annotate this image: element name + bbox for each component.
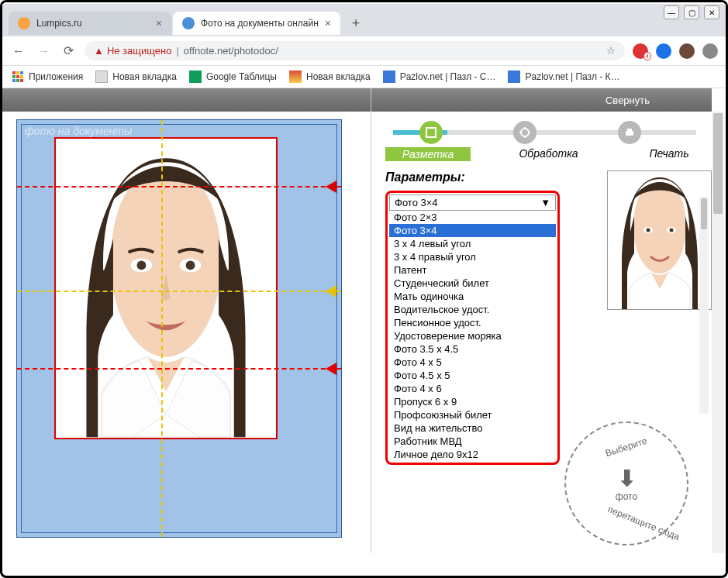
panel-scrollbar[interactable]: [699, 197, 709, 414]
puzzle-icon: [383, 71, 395, 83]
svg-rect-8: [20, 79, 23, 82]
download-icon: ⬇: [618, 466, 636, 491]
window-maximize-button[interactable]: ▢: [684, 5, 699, 19]
bookmark-item[interactable]: Pazlov.net | Пазл - К…: [508, 71, 619, 83]
svg-rect-5: [20, 75, 23, 78]
dropdown-option[interactable]: Пропуск 6 x 9: [389, 395, 556, 408]
marker-eyes-icon[interactable]: [326, 285, 336, 298]
dropdown-option[interactable]: Патент: [389, 263, 556, 277]
drop-text: Выберите: [604, 435, 648, 459]
dropdown-option[interactable]: Личное дело 9x12: [389, 448, 556, 461]
drop-text: перетащите сюда: [606, 504, 681, 542]
marker-top-icon[interactable]: [326, 181, 336, 193]
extension-icon[interactable]: [656, 43, 671, 59]
dropdown-option[interactable]: Фото 3×4: [389, 224, 556, 237]
dropdown-option[interactable]: Фото 4 x 5: [389, 356, 556, 369]
step-markup-label[interactable]: Разметка: [385, 147, 471, 161]
tab-lumpics[interactable]: Lumpics.ru ×: [9, 12, 171, 35]
svg-point-13: [186, 261, 195, 270]
page-icon: [289, 71, 302, 83]
bookmark-item[interactable]: Новая вкладка: [95, 71, 177, 83]
step-processing-icon[interactable]: [513, 121, 537, 144]
guide-vertical: [161, 120, 163, 537]
dropdown-selected-text: Фото 3×4: [395, 197, 438, 208]
toolbar: ← → ⟳ ▲ Не защищено | offnote.net/photod…: [2, 36, 726, 66]
step-processing-label[interactable]: Обработка: [506, 147, 592, 161]
step-markup-icon[interactable]: [419, 121, 443, 144]
guide-top: [17, 186, 341, 188]
tab-title: Фото на документы онлайн: [201, 18, 319, 29]
guide-chin: [17, 368, 341, 370]
window-close-button[interactable]: ✕: [704, 5, 719, 19]
dropdown-list[interactable]: Фото 2×3Фото 3×43 x 4 левый угол3 x 4 пр…: [389, 211, 556, 461]
forward-button[interactable]: →: [35, 43, 52, 60]
puzzle-icon: [508, 71, 520, 83]
format-dropdown[interactable]: Фото 3×4 ▼ Фото 2×3Фото 3×43 x 4 левый у…: [385, 191, 560, 465]
dropdown-option[interactable]: Фото 2×3: [389, 211, 556, 224]
warning-icon: ▲: [94, 45, 104, 57]
bookmark-item[interactable]: Новая вкладка: [289, 71, 371, 83]
page-scrollbar[interactable]: [712, 112, 724, 553]
security-warning-text: Не защищено: [107, 45, 172, 57]
step-print-icon[interactable]: [618, 121, 641, 144]
tab-close-icon[interactable]: ×: [156, 17, 162, 29]
svg-rect-0: [12, 71, 16, 74]
dropdown-option[interactable]: Удостоверение моряка: [389, 329, 556, 342]
bookmark-item[interactable]: Pazlov.net | Пазл - С…: [383, 71, 496, 83]
dropdown-selected[interactable]: Фото 3×4 ▼: [389, 194, 556, 211]
address-bar[interactable]: ▲ Не защищено | offnote.net/photodoc/ ☆: [85, 41, 625, 60]
crop-box[interactable]: [54, 137, 278, 439]
dropdown-option[interactable]: Фото 3.5 x 4.5: [389, 342, 556, 356]
bookmark-bar: Приложения Новая вкладка Google Таблицы …: [2, 66, 726, 88]
dropdown-option[interactable]: Водительское удост.: [389, 303, 556, 316]
watermark: фото на документы: [25, 125, 132, 137]
svg-rect-4: [16, 75, 19, 78]
dropdown-option[interactable]: 3 x 4 левый угол: [389, 237, 556, 250]
back-button[interactable]: ←: [10, 43, 27, 60]
drop-zone[interactable]: Выберите ⬇ фото перетащите сюда: [564, 421, 688, 545]
dropdown-option[interactable]: Фото 4.5 x 5: [389, 369, 556, 382]
extensions: 4: [633, 43, 718, 59]
tab-close-icon[interactable]: ×: [325, 17, 331, 29]
dropdown-option[interactable]: Фото 4 x 6: [389, 382, 556, 395]
new-tab-button[interactable]: +: [345, 12, 367, 34]
photo-canvas[interactable]: фото на документы: [16, 119, 342, 538]
page-icon: [95, 71, 108, 83]
dropdown-option[interactable]: Пенсионное удост.: [389, 316, 556, 329]
dropdown-option[interactable]: Вид на жительство: [389, 421, 556, 435]
svg-rect-21: [627, 129, 632, 131]
window-minimize-button[interactable]: —: [664, 5, 679, 19]
svg-rect-14: [426, 128, 436, 137]
tab-strip: Lumpics.ru × Фото на документы онлайн × …: [2, 4, 726, 36]
url-text: offnote.net/photodoc/: [184, 45, 278, 57]
step-print-label[interactable]: Печать: [626, 147, 712, 161]
portrait-photo: [56, 139, 276, 438]
guide-eyes: [17, 291, 341, 292]
favicon-icon: [18, 17, 30, 29]
menu-icon[interactable]: [702, 43, 718, 59]
dropdown-option[interactable]: Мать одиночка: [389, 290, 556, 303]
drop-label: фото: [616, 491, 637, 502]
params-title: Параметры:: [385, 170, 593, 184]
bookmark-label: Google Таблицы: [206, 71, 277, 82]
dropdown-option[interactable]: Работник МВД: [389, 435, 556, 448]
bookmark-label: Новая вкладка: [112, 71, 177, 82]
bookmark-star-icon[interactable]: ☆: [606, 45, 616, 57]
preview-thumbnail: [607, 170, 712, 310]
apps-button[interactable]: Приложения: [12, 71, 83, 83]
dropdown-option[interactable]: 3 x 4 правый угол: [389, 250, 556, 263]
sheets-icon: [189, 71, 202, 83]
marker-chin-icon[interactable]: [326, 363, 336, 375]
chevron-down-icon: ▼: [540, 197, 550, 208]
extension-icon[interactable]: 4: [633, 43, 648, 59]
extension-badge: 4: [643, 52, 651, 60]
dropdown-option[interactable]: Студенческий билет: [389, 277, 556, 290]
reload-button[interactable]: ⟳: [60, 43, 77, 60]
tab-photodoc[interactable]: Фото на документы онлайн ×: [173, 12, 340, 35]
bookmark-item[interactable]: Google Таблицы: [189, 71, 277, 83]
profile-avatar[interactable]: [679, 43, 695, 59]
steps-track: [385, 121, 712, 144]
bookmark-label: Приложения: [29, 71, 83, 82]
dropdown-option[interactable]: Профсоюзный билет: [389, 408, 556, 421]
svg-point-11: [137, 261, 147, 270]
